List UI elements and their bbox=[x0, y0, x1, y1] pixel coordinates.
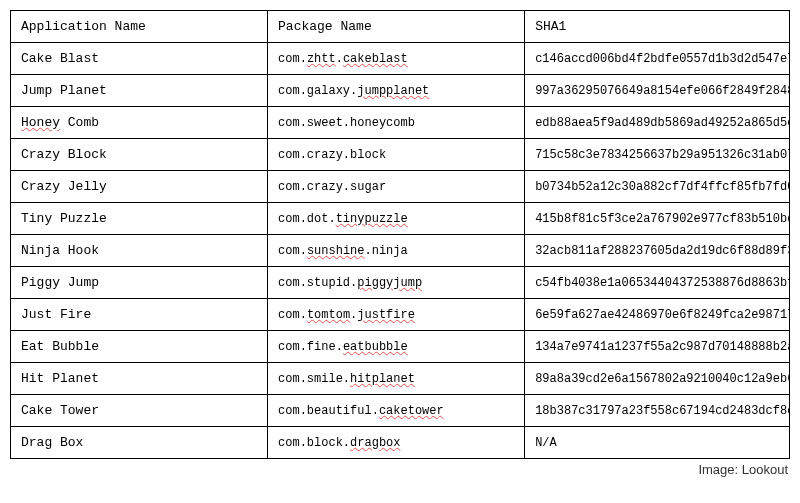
sha1-cell: N/A bbox=[525, 427, 790, 459]
package-name-cell: com.stupid.piggyjump bbox=[268, 267, 525, 299]
malware-table: Application Name Package Name SHA1 Cake … bbox=[10, 10, 790, 459]
header-sha: SHA1 bbox=[525, 11, 790, 43]
table-row: Crazy Jellycom.crazy.sugarb0734b52a12c30… bbox=[11, 171, 790, 203]
table-row: Just Firecom.tomtom.justfire6e59fa627ae4… bbox=[11, 299, 790, 331]
package-name-cell: com.galaxy.jumpplanet bbox=[268, 75, 525, 107]
image-credit: Image: Lookout bbox=[10, 462, 790, 477]
app-name-cell: Eat Bubble bbox=[11, 331, 268, 363]
sha1-cell: edb88aea5f9ad489db5869ad49252a865d5cd9f0 bbox=[525, 107, 790, 139]
table-row: Tiny Puzzlecom.dot.tinypuzzle415b8f81c5f… bbox=[11, 203, 790, 235]
app-name-cell: Tiny Puzzle bbox=[11, 203, 268, 235]
table-row: Cake Towercom.beautiful.caketower18b387c… bbox=[11, 395, 790, 427]
sha1-cell: 32acb811af288237605da2d19dc6f88d89f321ed bbox=[525, 235, 790, 267]
package-name-cell: com.dot.tinypuzzle bbox=[268, 203, 525, 235]
app-name-cell: Ninja Hook bbox=[11, 235, 268, 267]
app-name-cell: Honey Comb bbox=[11, 107, 268, 139]
package-name-cell: com.sunshine.ninja bbox=[268, 235, 525, 267]
app-name-cell: Just Fire bbox=[11, 299, 268, 331]
table-row: Hit Planetcom.smile.hitplanet89a8a39cd2e… bbox=[11, 363, 790, 395]
app-name-cell: Crazy Jelly bbox=[11, 171, 268, 203]
sha1-cell: 715c58c3e7834256637b29a951326c31ab0730b0 bbox=[525, 139, 790, 171]
package-name-cell: com.zhtt.cakeblast bbox=[268, 43, 525, 75]
table-row: Piggy Jumpcom.stupid.piggyjumpc54fb4038e… bbox=[11, 267, 790, 299]
table-row: Cake Blastcom.zhtt.cakeblastc146accd006b… bbox=[11, 43, 790, 75]
app-name-cell: Piggy Jump bbox=[11, 267, 268, 299]
sha1-cell: 134a7e9741a1237f55a2c987d70148888b2ad3f9 bbox=[525, 331, 790, 363]
sha1-cell: 997a36295076649a8154efe066f2849f2848b5b0 bbox=[525, 75, 790, 107]
app-name-cell: Jump Planet bbox=[11, 75, 268, 107]
table-row: Jump Planetcom.galaxy.jumpplanet997a3629… bbox=[11, 75, 790, 107]
table-row: Drag Boxcom.block.dragbox N/A bbox=[11, 427, 790, 459]
table-row: Ninja Hookcom.sunshine.ninja32acb811af28… bbox=[11, 235, 790, 267]
sha1-cell: 6e59fa627ae42486970e6f8249fca2e987174f04 bbox=[525, 299, 790, 331]
package-name-cell: com.fine.eatbubble bbox=[268, 331, 525, 363]
package-name-cell: com.block.dragbox bbox=[268, 427, 525, 459]
table-row: Honey Combcom.sweet.honeycombedb88aea5f9… bbox=[11, 107, 790, 139]
sha1-cell: 18b387c31797a23f558c67194cd2483dcf8cd033 bbox=[525, 395, 790, 427]
package-name-cell: com.beautiful.caketower bbox=[268, 395, 525, 427]
table-row: Crazy Blockcom.crazy.block715c58c3e78342… bbox=[11, 139, 790, 171]
sha1-cell: 415b8f81c5f3ce2a767902e977cf83b510bd467e bbox=[525, 203, 790, 235]
package-name-cell: com.crazy.sugar bbox=[268, 171, 525, 203]
app-name-cell: Cake Tower bbox=[11, 395, 268, 427]
table-row: Eat Bubblecom.fine.eatbubble134a7e9741a1… bbox=[11, 331, 790, 363]
package-name-cell: com.smile.hitplanet bbox=[268, 363, 525, 395]
sha1-cell: 89a8a39cd2e6a1567802a9210040c12a9eb63c7c bbox=[525, 363, 790, 395]
header-row: Application Name Package Name SHA1 bbox=[11, 11, 790, 43]
package-name-cell: com.tomtom.justfire bbox=[268, 299, 525, 331]
package-name-cell: com.crazy.block bbox=[268, 139, 525, 171]
app-name-cell: Crazy Block bbox=[11, 139, 268, 171]
app-name-cell: Cake Blast bbox=[11, 43, 268, 75]
header-pkg: Package Name bbox=[268, 11, 525, 43]
header-app: Application Name bbox=[11, 11, 268, 43]
sha1-cell: b0734b52a12c30a882cf7df4ffcf85fb7fd0e9b7 bbox=[525, 171, 790, 203]
app-name-cell: Drag Box bbox=[11, 427, 268, 459]
package-name-cell: com.sweet.honeycomb bbox=[268, 107, 525, 139]
sha1-cell: c146accd006bd4f2bdfe0557d1b3d2d547e74717 bbox=[525, 43, 790, 75]
sha1-cell: c54fb4038e1a06534404372538876d8863bfc507 bbox=[525, 267, 790, 299]
app-name-cell: Hit Planet bbox=[11, 363, 268, 395]
